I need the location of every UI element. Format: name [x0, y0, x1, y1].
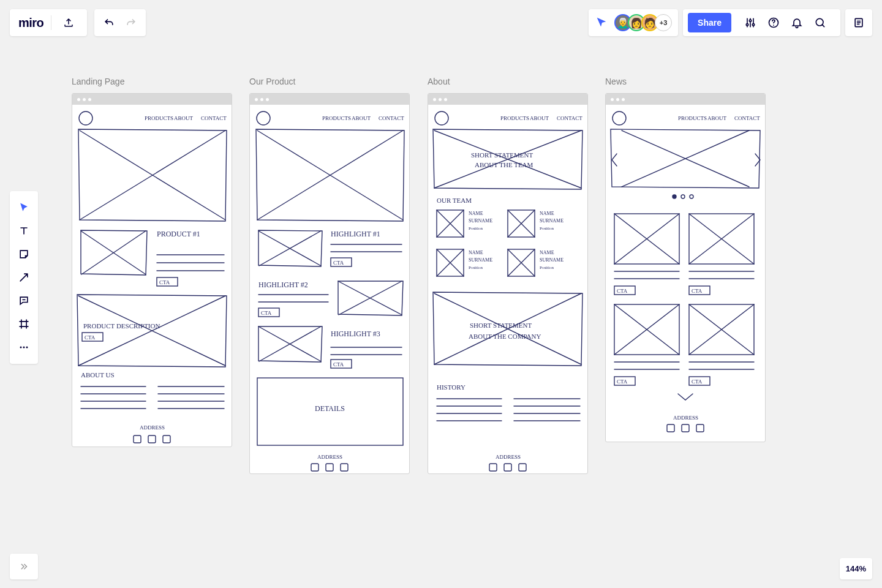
logo-box: miro — [10, 9, 87, 36]
redo-button[interactable] — [121, 9, 141, 36]
frame-about[interactable]: PRODUCTS ABOUT CONTACT SHORT STATEMENT A… — [428, 93, 588, 474]
svg-text:HISTORY: HISTORY — [437, 383, 466, 391]
svg-point-34 — [435, 111, 448, 125]
frame-landing[interactable]: PRODUCTS ABOUT CONTACT PRODUCT #1 CTA PR… — [72, 93, 232, 447]
svg-rect-39 — [489, 464, 497, 471]
svg-text:CTA: CTA — [333, 260, 344, 266]
svg-text:ABOUT: ABOUT — [352, 115, 371, 121]
svg-text:ABOUT US: ABOUT US — [81, 371, 115, 379]
svg-text:CTA: CTA — [261, 310, 272, 316]
svg-text:ABOUT: ABOUT — [174, 115, 194, 121]
bell-icon — [791, 17, 803, 29]
svg-text:CTA: CTA — [333, 361, 344, 368]
help-button[interactable] — [762, 9, 785, 36]
more-tools[interactable] — [10, 336, 38, 359]
svg-text:Position: Position — [540, 226, 554, 231]
frame-news[interactable]: PRODUCTS ABOUT CONTACT CTA CTA CTA CTA A… — [605, 93, 766, 442]
svg-point-91 — [23, 347, 25, 349]
select-tool[interactable] — [10, 196, 38, 219]
more-icon — [18, 341, 30, 353]
board-canvas[interactable]: Landing Page — [0, 0, 882, 588]
svg-text:HIGHLIGHT #1: HIGHLIGHT #1 — [331, 230, 380, 238]
share-button[interactable]: Share — [688, 13, 731, 32]
svg-rect-20 — [311, 464, 318, 471]
export-icon — [63, 17, 74, 28]
svg-point-67 — [690, 195, 693, 198]
svg-point-0 — [79, 111, 92, 125]
zoom-value: 144% — [846, 564, 866, 573]
svg-text:SURNAME: SURNAME — [540, 257, 564, 263]
svg-point-15 — [257, 111, 270, 125]
svg-text:CTA: CTA — [159, 279, 170, 285]
notes-icon — [853, 17, 865, 29]
svg-point-65 — [673, 195, 676, 198]
export-button[interactable] — [59, 9, 78, 36]
undo-icon — [103, 17, 115, 29]
notifications-button[interactable] — [785, 9, 809, 36]
wireframe-landing: PRODUCTS ABOUT CONTACT PRODUCT #1 CTA PR… — [72, 105, 232, 447]
svg-text:ADDRESS: ADDRESS — [317, 454, 342, 460]
svg-text:SURNAME: SURNAME — [540, 218, 564, 224]
svg-point-92 — [26, 347, 28, 349]
expand-panel-button[interactable] — [10, 554, 38, 579]
frame-product[interactable]: PRODUCTS ABOUT CONTACT HIGHLIGHT #1 CTA … — [249, 93, 410, 474]
svg-text:NAME: NAME — [469, 250, 483, 255]
svg-text:Position: Position — [540, 265, 554, 270]
svg-text:SHORT STATEMENT: SHORT STATEMENT — [470, 322, 532, 329]
frame-tool[interactable] — [10, 312, 38, 336]
svg-text:CTA: CTA — [617, 288, 628, 294]
svg-text:Position: Position — [469, 265, 483, 270]
svg-point-66 — [681, 195, 685, 198]
frame-label-news[interactable]: News — [605, 77, 627, 86]
svg-text:CTA: CTA — [85, 334, 96, 341]
svg-text:CONTACT: CONTACT — [734, 115, 760, 121]
undo-button[interactable] — [99, 9, 119, 36]
browser-bar — [72, 94, 232, 105]
svg-text:OUR TEAM: OUR TEAM — [437, 197, 472, 204]
cursor-icon — [18, 202, 30, 214]
svg-rect-4 — [148, 435, 156, 443]
browser-bar — [606, 94, 765, 105]
svg-text:PRODUCT #1: PRODUCT #1 — [157, 230, 200, 238]
avatar-overflow-count[interactable]: +3 — [655, 14, 672, 31]
browser-bar — [428, 94, 587, 105]
frame-label-product[interactable]: Our Product — [249, 77, 295, 86]
sliders-icon — [744, 17, 756, 29]
svg-text:Position: Position — [469, 226, 483, 231]
svg-rect-5 — [163, 435, 170, 443]
comment-tool[interactable] — [10, 289, 38, 312]
svg-text:ABOUT: ABOUT — [530, 115, 549, 121]
avatars[interactable]: 👨‍🦳 👩 🧑 +3 — [614, 14, 672, 31]
svg-point-64 — [612, 111, 626, 125]
svg-text:CTA: CTA — [692, 379, 703, 385]
frame-label-landing[interactable]: Landing Page — [72, 77, 124, 86]
divider — [51, 15, 51, 30]
svg-text:CONTACT: CONTACT — [379, 115, 404, 121]
arrow-tool[interactable] — [10, 266, 38, 289]
svg-text:SURNAME: SURNAME — [469, 257, 492, 263]
svg-rect-41 — [519, 464, 526, 471]
settings-button[interactable] — [739, 9, 762, 36]
text-icon — [18, 225, 30, 237]
sticky-tool[interactable] — [10, 243, 38, 266]
svg-text:HIGHLIGHT #2: HIGHLIGHT #2 — [258, 281, 308, 289]
frame-label-about[interactable]: About — [428, 77, 450, 86]
svg-text:PRODUCTS: PRODUCTS — [322, 115, 351, 121]
app-logo[interactable]: miro — [18, 16, 43, 30]
undo-redo-box — [94, 9, 146, 36]
svg-text:ABOUT THE COMPANY: ABOUT THE COMPANY — [469, 333, 541, 340]
svg-point-90 — [20, 347, 22, 349]
wireframe-about: PRODUCTS ABOUT CONTACT SHORT STATEMENT A… — [428, 105, 588, 474]
share-panel: Share — [683, 9, 840, 36]
search-button[interactable] — [809, 9, 832, 36]
help-icon — [767, 17, 780, 29]
svg-text:CONTACT: CONTACT — [557, 115, 582, 121]
svg-text:SHORT STATEMENT: SHORT STATEMENT — [471, 151, 533, 159]
svg-text:PRODUCTS: PRODUCTS — [145, 115, 173, 121]
redo-icon — [125, 17, 137, 29]
notes-button[interactable] — [845, 9, 872, 36]
text-tool[interactable] — [10, 219, 38, 243]
zoom-level[interactable]: 144% — [840, 558, 872, 579]
browser-bar — [250, 94, 409, 105]
svg-text:ADDRESS: ADDRESS — [140, 424, 165, 431]
